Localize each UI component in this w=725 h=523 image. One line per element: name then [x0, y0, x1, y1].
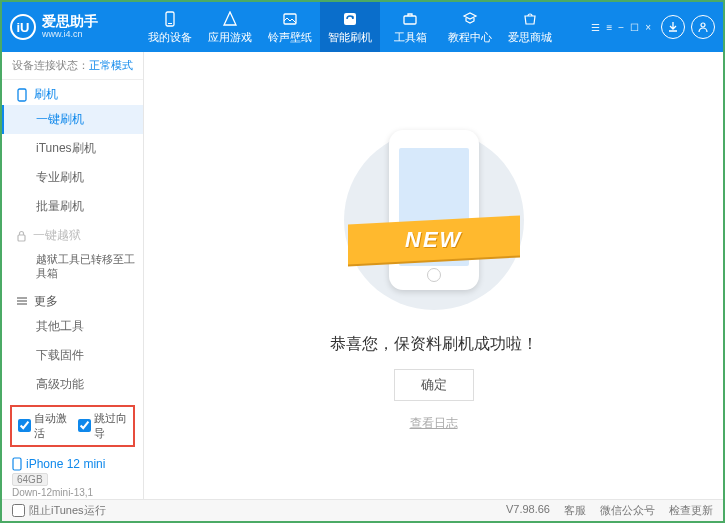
- app-name: 爱思助手: [42, 14, 98, 29]
- checkbox-auto-activate[interactable]: 自动激活: [18, 411, 68, 441]
- sidebar-item-pro-flash[interactable]: 专业刷机: [2, 163, 143, 192]
- footer-link-wechat[interactable]: 微信公众号: [600, 503, 655, 518]
- sidebar-item-advanced[interactable]: 高级功能: [2, 370, 143, 399]
- svg-rect-7: [18, 235, 25, 241]
- new-ribbon: NEW: [348, 215, 520, 264]
- main-content: NEW 恭喜您，保资料刷机成功啦！ 确定 查看日志: [144, 52, 723, 499]
- nav-ringtones[interactable]: 铃声壁纸: [260, 2, 320, 52]
- nav-store[interactable]: 爱思商城: [500, 2, 560, 52]
- sidebar-section-jailbreak: 一键越狱: [2, 221, 143, 246]
- sidebar: 设备连接状态：正常模式 刷机 一键刷机 iTunes刷机 专业刷机 批量刷机 一…: [2, 52, 144, 499]
- settings-icon[interactable]: ≡: [606, 22, 612, 33]
- device-name: iPhone 12 mini: [12, 457, 133, 471]
- sidebar-section-more[interactable]: 更多: [2, 287, 143, 312]
- apps-icon: [221, 10, 239, 28]
- device-model: Down-12mini-13,1: [12, 487, 133, 498]
- svg-point-5: [701, 23, 705, 27]
- ok-button[interactable]: 确定: [394, 369, 474, 401]
- device-block[interactable]: iPhone 12 mini 64GB Down-12mini-13,1: [2, 453, 143, 499]
- account-button[interactable]: [691, 15, 715, 39]
- phone-icon: [12, 457, 22, 471]
- options-box: 自动激活 跳过向导: [10, 405, 135, 447]
- sidebar-item-download-firmware[interactable]: 下载固件: [2, 341, 143, 370]
- app-url: www.i4.cn: [42, 30, 98, 40]
- footer-link-update[interactable]: 检查更新: [669, 503, 713, 518]
- maximize-icon[interactable]: ☐: [630, 22, 639, 33]
- more-icon: [16, 296, 28, 306]
- svg-rect-4: [404, 16, 416, 24]
- title-bar: iU 爱思助手 www.i4.cn 我的设备 应用游戏 铃声壁纸 智能刷机 工具…: [2, 2, 723, 52]
- lock-icon: [16, 230, 27, 242]
- download-button[interactable]: [661, 15, 685, 39]
- app-logo: iU 爱思助手 www.i4.cn: [10, 14, 140, 40]
- phone-icon: [16, 88, 28, 102]
- toolbox-icon: [401, 10, 419, 28]
- sidebar-item-jailbreak-note: 越狱工具已转移至工具箱: [2, 246, 143, 287]
- svg-rect-1: [168, 23, 172, 24]
- window-controls: ☰ ≡ − ☐ ×: [591, 22, 651, 33]
- main-nav: 我的设备 应用游戏 铃声壁纸 智能刷机 工具箱 教程中心 爱思商城: [140, 2, 591, 52]
- device-icon: [161, 10, 179, 28]
- connection-status: 设备连接状态：正常模式: [2, 52, 143, 80]
- footer-link-support[interactable]: 客服: [564, 503, 586, 518]
- wallpaper-icon: [281, 10, 299, 28]
- nav-my-device[interactable]: 我的设备: [140, 2, 200, 52]
- status-bar: 阻止iTunes运行 V7.98.66 客服 微信公众号 检查更新: [2, 499, 723, 521]
- checkbox-block-itunes[interactable]: 阻止iTunes运行: [12, 503, 106, 518]
- svg-rect-3: [344, 13, 356, 25]
- close-icon[interactable]: ×: [645, 22, 651, 33]
- success-message: 恭喜您，保资料刷机成功啦！: [330, 334, 538, 355]
- device-storage: 64GB: [12, 473, 48, 486]
- logo-icon: iU: [10, 14, 36, 40]
- nav-tutorials[interactable]: 教程中心: [440, 2, 500, 52]
- sidebar-section-flash[interactable]: 刷机: [2, 80, 143, 105]
- tutorial-icon: [461, 10, 479, 28]
- flash-icon: [341, 10, 359, 28]
- minimize-icon[interactable]: −: [618, 22, 624, 33]
- sidebar-item-batch-flash[interactable]: 批量刷机: [2, 192, 143, 221]
- sidebar-item-other-tools[interactable]: 其他工具: [2, 312, 143, 341]
- nav-toolbox[interactable]: 工具箱: [380, 2, 440, 52]
- nav-apps[interactable]: 应用游戏: [200, 2, 260, 52]
- sidebar-item-oneclick-flash[interactable]: 一键刷机: [2, 105, 143, 134]
- menu-icon[interactable]: ☰: [591, 22, 600, 33]
- svg-rect-8: [13, 458, 21, 470]
- version-label: V7.98.66: [506, 503, 550, 518]
- checkbox-skip-guide[interactable]: 跳过向导: [78, 411, 128, 441]
- store-icon: [521, 10, 539, 28]
- svg-rect-6: [18, 89, 26, 101]
- nav-flash[interactable]: 智能刷机: [320, 2, 380, 52]
- success-graphic: NEW: [354, 120, 514, 320]
- sidebar-item-itunes-flash[interactable]: iTunes刷机: [2, 134, 143, 163]
- view-log-link[interactable]: 查看日志: [410, 415, 458, 432]
